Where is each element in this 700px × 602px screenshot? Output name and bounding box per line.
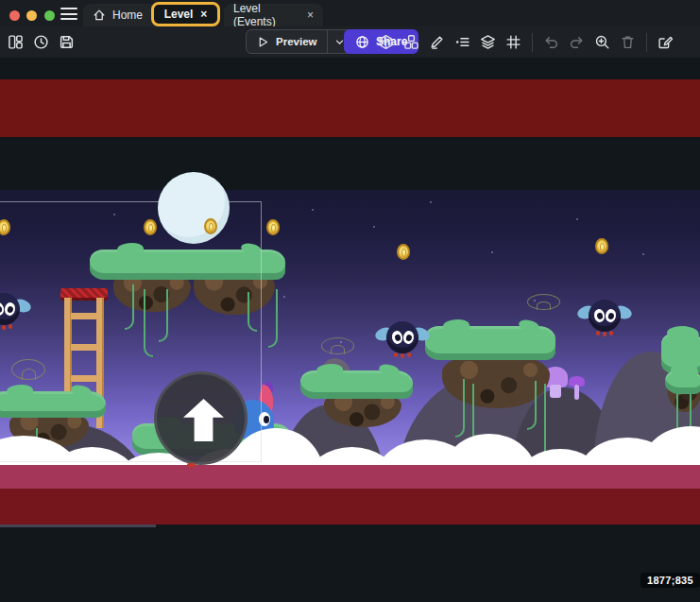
star — [430, 201, 432, 203]
ufo-outline[interactable] — [321, 337, 354, 354]
gdevelop-window: Home Level × Level (Events) × — [0, 0, 700, 602]
coin[interactable] — [595, 238, 608, 254]
tab-bar: Home Level × Level (Events) × — [0, 0, 700, 26]
coin[interactable] — [397, 244, 410, 260]
fly-enemy[interactable] — [0, 293, 28, 331]
play-icon — [257, 36, 269, 48]
ground-strip-red[interactable] — [0, 489, 700, 525]
edit-properties-icon[interactable] — [656, 32, 675, 52]
panels-icon[interactable] — [6, 32, 26, 52]
trash-icon[interactable] — [618, 32, 638, 52]
coin[interactable] — [266, 219, 280, 235]
scene-editor-canvas[interactable]: 1877;835 — [0, 58, 700, 602]
coin[interactable] — [144, 219, 157, 235]
redo-icon[interactable] — [567, 32, 587, 52]
toolbar-separator — [532, 33, 533, 52]
cube-3d-icon[interactable] — [376, 32, 396, 52]
zoom-in-icon[interactable] — [592, 32, 612, 52]
home-icon — [93, 9, 106, 22]
ground-speck — [187, 463, 196, 467]
cursor-coordinates-badge: 1877;835 — [640, 573, 700, 588]
globe-icon — [355, 35, 369, 49]
ground-strip-pink[interactable] — [0, 465, 700, 489]
undo-icon[interactable] — [541, 32, 561, 52]
fly-enemy[interactable] — [378, 321, 427, 359]
tab-level-label: Level — [164, 8, 194, 21]
tab-level-events-close-icon[interactable]: × — [307, 9, 314, 21]
star — [576, 218, 578, 220]
coin[interactable] — [204, 218, 217, 234]
history-icon[interactable] — [31, 32, 51, 52]
ufo-outline[interactable] — [527, 294, 560, 310]
menu-hamburger-icon[interactable] — [60, 8, 77, 20]
star — [642, 253, 644, 255]
layers-icon[interactable] — [478, 32, 498, 52]
moon[interactable] — [158, 172, 230, 244]
preview-button-label: Preview — [276, 36, 316, 47]
tab-level[interactable]: Level × — [151, 2, 220, 26]
grid-icon[interactable] — [504, 32, 523, 52]
star — [312, 209, 314, 211]
tab-home-label: Home — [112, 9, 143, 22]
up-arrow-control[interactable] — [154, 371, 248, 465]
preview-button-group: Preview — [246, 29, 352, 54]
fly-enemy[interactable] — [580, 300, 629, 337]
tab-level-events-label: Level (Events) — [233, 2, 300, 28]
star — [491, 251, 493, 253]
star — [373, 226, 375, 228]
tab-level-close-icon[interactable]: × — [200, 8, 207, 21]
save-icon[interactable] — [57, 32, 77, 52]
red-bar-top[interactable] — [0, 79, 700, 137]
toolbar-separator — [646, 33, 647, 52]
editor-toolbar: Preview Share — [0, 26, 700, 58]
star — [283, 296, 285, 298]
tab-level-events[interactable]: Level (Events) × — [224, 4, 323, 26]
instances-list-icon[interactable] — [452, 32, 472, 52]
preview-button[interactable]: Preview — [247, 30, 327, 53]
up-arrow-icon — [183, 399, 224, 441]
objects-group-icon[interactable] — [401, 32, 421, 52]
pencil-icon[interactable] — [427, 32, 447, 52]
traffic-light-minimize-icon[interactable] — [26, 10, 37, 21]
tab-home[interactable]: Home — [83, 4, 156, 26]
traffic-light-zoom-icon[interactable] — [44, 10, 55, 21]
traffic-light-close-icon[interactable] — [9, 10, 20, 21]
